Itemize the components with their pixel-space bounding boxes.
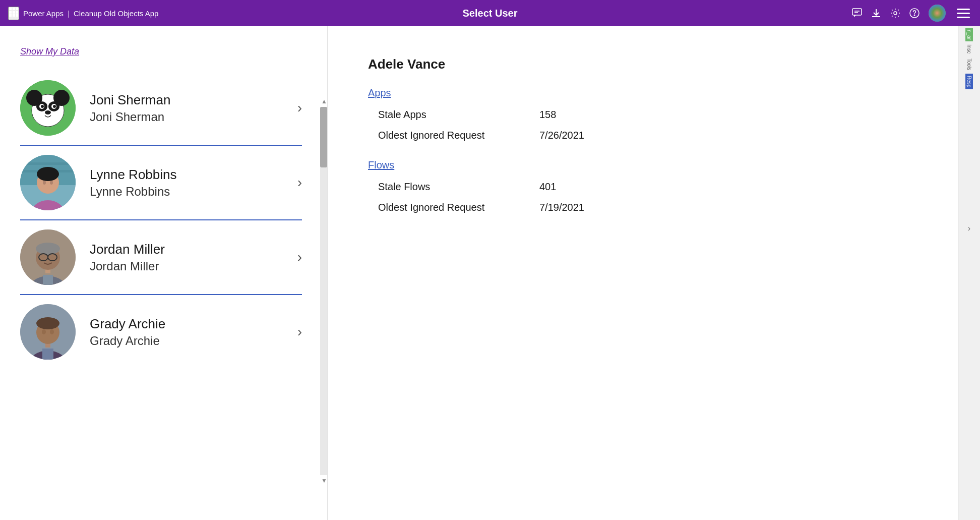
svg-point-40 <box>50 181 53 185</box>
avatar <box>20 155 76 210</box>
stat-row: Oldest Ignored Request 7/19/2021 <box>378 202 917 213</box>
list-item[interactable]: Joni Sherman Joni Sherman › <box>20 71 302 146</box>
edge-collapse-icon[interactable]: › <box>968 224 970 233</box>
user-name-secondary: Lynne Robbins <box>90 185 292 199</box>
svg-rect-52 <box>42 349 53 360</box>
user-name-primary: Lynne Robbins <box>90 166 292 184</box>
svg-rect-9 <box>852 9 862 15</box>
user-list: Joni Sherman Joni Sherman › <box>20 71 307 369</box>
svg-rect-3 <box>9 11 12 14</box>
svg-point-15 <box>894 12 897 15</box>
stat-label: Stale Apps <box>378 109 539 121</box>
svg-rect-5 <box>16 11 18 14</box>
user-info: Lynne Robbins Lynne Robbins <box>90 166 292 199</box>
svg-point-38 <box>37 167 59 181</box>
svg-point-56 <box>42 329 46 334</box>
topbar-right <box>852 5 972 22</box>
apps-stats: Stale Apps 158 Oldest Ignored Request 7/… <box>378 109 917 141</box>
svg-rect-6 <box>9 14 12 17</box>
stat-value: 401 <box>539 181 556 193</box>
svg-point-46 <box>36 243 60 255</box>
avatar <box>20 80 76 136</box>
stat-label: Oldest Ignored Request <box>378 202 539 213</box>
topbar-brand: Power Apps|Cleanup Old Objects App <box>23 9 158 18</box>
stat-label: Oldest Ignored Request <box>378 130 539 141</box>
scroll-down-arrow[interactable]: ▼ <box>321 477 327 484</box>
svg-rect-34 <box>20 162 76 165</box>
user-name-primary: Jordan Miller <box>90 241 292 258</box>
edge-item[interactable]: Tools <box>965 56 973 72</box>
svg-point-17 <box>914 15 915 16</box>
settings-icon[interactable] <box>890 8 900 18</box>
user-name-primary: Grady Archie <box>90 316 292 333</box>
user-name-secondary: Jordan Miller <box>90 259 292 273</box>
flows-stats: Stale Flows 401 Oldest Ignored Request 7… <box>378 181 917 213</box>
flows-link[interactable]: Flows <box>368 159 394 171</box>
apps-link[interactable]: Apps <box>368 87 391 99</box>
stat-row: Stale Flows 401 <box>378 181 917 193</box>
download-icon[interactable] <box>871 8 881 18</box>
scroll-up-arrow[interactable]: ▲ <box>321 98 327 105</box>
user-name-primary: Joni Sherman <box>90 92 292 109</box>
avatar <box>20 304 76 360</box>
svg-point-19 <box>929 5 946 22</box>
selected-user-name: Adele Vance <box>368 56 917 72</box>
svg-rect-4 <box>13 11 15 14</box>
hamburger-menu[interactable] <box>955 7 972 20</box>
show-my-data-link[interactable]: Show My Data <box>20 46 79 57</box>
topbar-logo: Power Apps|Cleanup Old Objects App <box>8 7 158 20</box>
right-panel: Adele Vance Apps Stale Apps 158 Oldest I… <box>328 26 958 520</box>
svg-rect-8 <box>16 14 18 17</box>
user-name-secondary: Joni Sherman <box>90 110 292 124</box>
avatar[interactable] <box>929 5 946 22</box>
svg-rect-7 <box>13 14 15 17</box>
stat-value: 7/19/2021 <box>539 202 584 213</box>
svg-rect-2 <box>16 8 18 10</box>
user-name-secondary: Grady Archie <box>90 334 292 348</box>
left-panel: Show My Data <box>0 26 328 520</box>
scrollbar-thumb[interactable] <box>320 107 327 167</box>
help-icon[interactable] <box>909 8 920 18</box>
user-info: Joni Sherman Joni Sherman <box>90 92 292 124</box>
user-info: Grady Archie Grady Archie <box>90 316 292 348</box>
stat-row: Oldest Ignored Request 7/26/2021 <box>378 130 917 141</box>
svg-point-39 <box>43 181 46 185</box>
page-title: Select User <box>463 8 518 19</box>
main-layout: Show My Data <box>0 26 980 520</box>
chevron-right-icon: › <box>297 175 302 191</box>
edge-item[interactable]: Insc <box>965 42 973 55</box>
grid-icon[interactable] <box>8 7 19 20</box>
svg-point-55 <box>36 317 59 329</box>
svg-rect-0 <box>9 8 12 10</box>
topbar: Power Apps|Cleanup Old Objects App Selec… <box>0 0 980 26</box>
svg-rect-43 <box>43 275 53 285</box>
edge-item[interactable]: n_ar <box>965 28 973 41</box>
svg-point-29 <box>41 105 44 108</box>
svg-point-31 <box>45 110 51 114</box>
edge-item[interactable]: Resp <box>965 74 973 89</box>
stat-value: 158 <box>539 109 556 121</box>
stat-value: 7/26/2021 <box>539 130 584 141</box>
stat-label: Stale Flows <box>378 181 539 193</box>
chevron-right-icon: › <box>297 249 302 265</box>
list-item[interactable]: Lynne Robbins Lynne Robbins › <box>20 146 302 220</box>
svg-point-57 <box>50 329 54 334</box>
list-item[interactable]: Grady Archie Grady Archie › <box>20 295 302 369</box>
chat-icon[interactable] <box>852 8 862 18</box>
browser-edge-panel: n_ar Insc Tools Resp › <box>958 26 980 520</box>
svg-rect-1 <box>13 8 15 10</box>
avatar <box>20 229 76 285</box>
list-item[interactable]: Jordan Miller Jordan Miller › <box>20 220 302 295</box>
scrollbar-track[interactable]: ▲ ▼ <box>320 107 327 475</box>
chevron-right-icon: › <box>297 324 302 340</box>
svg-point-30 <box>53 105 56 108</box>
user-info: Jordan Miller Jordan Miller <box>90 241 292 273</box>
stat-row: Stale Apps 158 <box>378 109 917 121</box>
chevron-right-icon: › <box>297 100 302 116</box>
